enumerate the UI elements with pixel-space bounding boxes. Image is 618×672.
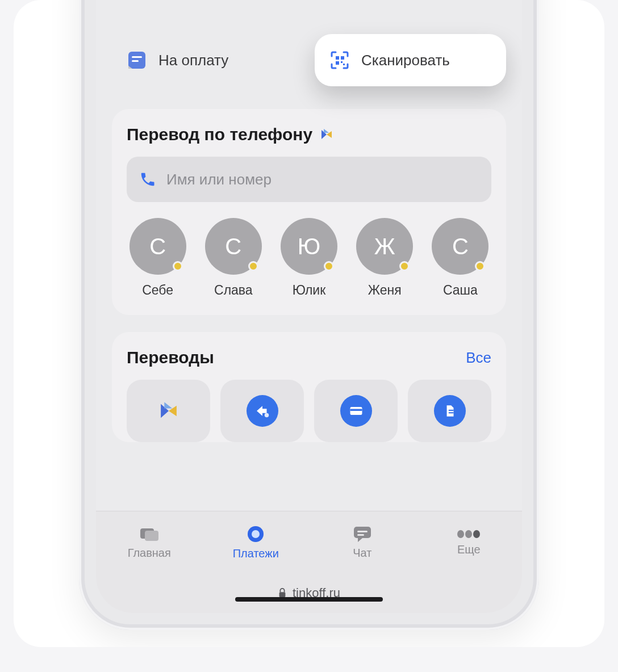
avatar-initial: С <box>149 234 166 259</box>
svg-point-21 <box>465 530 472 538</box>
status-dot <box>173 261 183 271</box>
home-tab-icon <box>138 525 161 543</box>
transfers-title-text: Переводы <box>127 348 214 367</box>
svg-rect-18 <box>357 531 368 532</box>
svg-point-8 <box>264 413 269 418</box>
receipt-icon <box>126 49 148 72</box>
phone-search-input[interactable]: Имя или номер <box>127 157 491 202</box>
svg-point-22 <box>473 530 480 538</box>
phone-icon <box>139 171 156 188</box>
svg-rect-4 <box>341 56 344 60</box>
svg-rect-5 <box>336 61 339 65</box>
phone-search-placeholder: Имя или номер <box>166 171 272 188</box>
tab-payments[interactable]: Платежи <box>203 511 310 573</box>
tab-label: Чат <box>353 547 371 560</box>
tab-home[interactable]: Главная <box>96 511 203 573</box>
more-tab-icon <box>456 528 481 540</box>
contact-name: Слава <box>214 283 253 298</box>
phone-frame: На оплату <box>79 0 539 630</box>
tab-label: Главная <box>128 547 171 560</box>
payments-tab-icon <box>246 524 265 544</box>
contact-name: Женя <box>368 283 402 298</box>
contact-item[interactable]: С Себе <box>127 218 189 298</box>
tab-label: Платежи <box>233 547 279 560</box>
avatar-initial: Ю <box>298 234 320 259</box>
sbp-icon <box>319 127 334 142</box>
avatar: Ю <box>281 218 337 275</box>
transfers-all-link[interactable]: Все <box>466 349 491 367</box>
status-dot <box>399 261 410 271</box>
phone-transfer-title-text: Перевод по телефону <box>127 125 312 144</box>
svg-rect-7 <box>343 64 345 65</box>
transfers-card: Переводы Все <box>112 332 506 442</box>
svg-rect-14 <box>145 531 158 541</box>
svg-point-16 <box>252 530 260 538</box>
scan-chip[interactable]: Сканировать <box>315 34 506 86</box>
avatar: С <box>130 218 186 275</box>
contact-item[interactable]: Ж Женя <box>354 218 416 298</box>
contact-item[interactable]: Ю Юлик <box>278 218 340 298</box>
svg-rect-3 <box>336 56 339 60</box>
svg-point-20 <box>457 530 464 538</box>
top-actions-row: На оплату <box>112 34 506 86</box>
contact-item[interactable]: С Саша <box>429 218 491 298</box>
phone-transfer-title: Перевод по телефону <box>127 125 334 144</box>
qr-scan-icon <box>328 49 351 72</box>
svg-rect-6 <box>341 61 343 63</box>
browser-address-bar[interactable]: tinkoff.ru <box>96 573 522 613</box>
swap-icon <box>247 395 278 427</box>
phone-transfer-card: Перевод по телефону <box>112 109 506 315</box>
transfer-tiles <box>127 380 491 442</box>
avatar-initial: С <box>225 234 241 259</box>
status-dot <box>324 261 334 271</box>
tab-more[interactable]: Еще <box>416 511 523 573</box>
page-card: На оплату <box>14 0 604 647</box>
status-dot <box>248 261 258 271</box>
document-icon <box>434 395 466 427</box>
app-content: На оплату <box>96 0 522 511</box>
home-indicator[interactable] <box>235 597 383 602</box>
avatar: С <box>432 218 488 275</box>
card-icon <box>340 395 372 427</box>
bottom-tab-bar: Главная Платежи Чат <box>96 511 522 573</box>
transfer-tile-card[interactable] <box>314 380 398 442</box>
contacts-row: С Себе С Слава Ю Юлик Ж <box>127 218 491 298</box>
contact-item[interactable]: С Слава <box>202 218 264 298</box>
contact-name: Саша <box>443 283 478 298</box>
phone-screen: На оплату <box>96 0 522 613</box>
sbp-icon <box>157 400 180 422</box>
avatar: С <box>205 218 262 275</box>
contact-name: Себе <box>142 283 173 298</box>
svg-rect-11 <box>448 410 453 411</box>
tab-chat[interactable]: Чат <box>309 511 416 573</box>
svg-rect-2 <box>132 60 139 62</box>
transfers-title: Переводы <box>127 348 214 367</box>
svg-rect-1 <box>132 56 142 58</box>
status-dot <box>475 261 485 271</box>
svg-rect-23 <box>279 592 286 597</box>
avatar-initial: Ж <box>374 234 395 259</box>
tab-label: Еще <box>457 543 481 556</box>
pay-chip[interactable]: На оплату <box>112 34 303 86</box>
chat-tab-icon <box>352 525 373 543</box>
avatar-initial: С <box>452 234 469 259</box>
svg-rect-12 <box>448 412 453 413</box>
contact-name: Юлик <box>293 283 326 298</box>
svg-rect-10 <box>350 409 362 411</box>
transfer-tile-sbp[interactable] <box>127 380 210 442</box>
avatar: Ж <box>356 218 413 275</box>
transfer-tile-req[interactable] <box>408 380 491 442</box>
scan-chip-label: Сканировать <box>361 52 450 69</box>
svg-rect-19 <box>357 534 364 536</box>
pay-chip-label: На оплату <box>158 52 228 69</box>
transfer-tile-between[interactable] <box>220 380 304 442</box>
